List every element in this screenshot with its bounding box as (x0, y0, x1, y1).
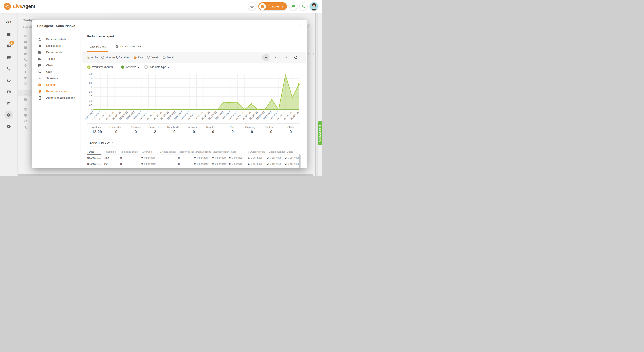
sort-icon: ↑↓ (158, 151, 159, 153)
remove-series-icon[interactable]: × (121, 65, 124, 69)
stat-worktime: Worktime12:29 (87, 126, 107, 134)
modal-nav-calls[interactable]: Calls (32, 69, 80, 75)
rail-reports-icon[interactable] (4, 75, 14, 86)
stat-value: 0 (281, 130, 300, 134)
page-horizontal-scrollbar[interactable] (18, 174, 313, 176)
stat-label: Resolved t… (165, 126, 184, 129)
column-header-date[interactable]: ↓Date (87, 149, 104, 155)
user-avatar[interactable] (310, 2, 318, 10)
sort-icon: ↑↓ (285, 151, 286, 153)
at-icon: @ (24, 34, 27, 38)
table-cell: 0 (120, 161, 141, 167)
line-chart-icon[interactable] (272, 54, 280, 61)
column-label: Outgoing calls (250, 151, 265, 153)
page-vertical-scrollbar[interactable] (315, 13, 316, 176)
rail-contacts-icon[interactable] (4, 86, 14, 98)
table-cell: 0 / 0 per hour (285, 161, 300, 167)
radio-month[interactable]: Month (163, 56, 174, 59)
export-to-csv-button[interactable]: EXPORT TO CSV ▾ (87, 140, 116, 146)
column-header-resolved-tickets[interactable]: ↑↓Resolved tickets (178, 149, 194, 155)
table-cell: 0 / 0 per hour (194, 155, 212, 161)
modal-body: Personal detailsNotificationsDepartments… (32, 32, 307, 168)
chat-icon (38, 64, 42, 67)
donut-chart-icon[interactable] (292, 54, 299, 61)
column-header-finished-chats[interactable]: ↑↓Finished chats (120, 149, 141, 155)
to-solve-button[interactable]: To solve 1 (258, 2, 287, 10)
stat-label: Chat mes… (262, 126, 281, 129)
modal-nav-label: Notifications (46, 44, 61, 47)
chip-worktime-hours-[interactable]: ×Worktime (hours)▾ (87, 65, 116, 69)
rail-badge-icon[interactable] (4, 121, 14, 132)
logo-bubble-icon: @ (4, 3, 11, 10)
top-bar: @ LiveAgent To solve 1 (0, 0, 322, 13)
report-tabs: Last 30 daysCUSTOM FILTER (87, 41, 300, 52)
modal-nav-performance-report[interactable]: Performance report (32, 88, 80, 95)
plus-circle-icon (116, 45, 119, 48)
remove-series-icon[interactable]: × (87, 65, 90, 69)
column-header-chat-messages[interactable]: ↑↓Chat messages (267, 149, 285, 155)
bar-chart-icon[interactable] (282, 54, 290, 61)
modal-nav-settings[interactable]: Settings (32, 82, 80, 88)
radio-day[interactable]: Day (134, 56, 143, 59)
column-header-outgoing-calls[interactable]: ↑↓Outgoing calls (248, 149, 267, 155)
facebook-icon (24, 70, 27, 73)
rail-dashboard-icon[interactable] (4, 29, 14, 40)
radio-hour-only-for-table-[interactable]: Hour (only for table) (101, 56, 130, 59)
area-chart-icon[interactable] (262, 54, 270, 61)
rail-gear-icon[interactable] (4, 109, 14, 121)
rail-company-icon[interactable] (4, 98, 14, 109)
person-icon (38, 37, 42, 41)
modal-nav-signature[interactable]: Signature (32, 75, 80, 82)
tab-custom-filter[interactable]: CUSTOM FILTER (113, 41, 144, 52)
close-icon (298, 24, 302, 28)
column-label: Answers (143, 151, 152, 153)
modal-nav-label: Calls (46, 70, 52, 73)
gear-icon (38, 83, 42, 87)
modal-nav-tickets[interactable]: Tickets (32, 55, 80, 62)
chip-label: Worktime (hours) (92, 65, 113, 69)
column-header-calls[interactable]: ↑↓Calls (229, 149, 248, 155)
stat-finished-c-: Finished c…0 (107, 126, 126, 134)
chevron-down-icon: ▾ (138, 66, 139, 68)
get-live-help-label: Get Live Help (318, 125, 321, 142)
stat-value: 0 (184, 130, 204, 134)
column-header-worktime[interactable]: ↑↓Worktime (104, 149, 120, 155)
modal-nav-departments[interactable]: Departments (32, 49, 80, 55)
svg-text:@: @ (24, 34, 27, 37)
chip-icon (38, 90, 42, 93)
column-header-answers[interactable]: ↑↓Answers (141, 149, 158, 155)
modal-nav-authorized-applications[interactable]: Authorized applications (32, 95, 80, 101)
modal-header: Edit agent - Sona Pisova (32, 20, 307, 32)
calls-button[interactable] (300, 2, 307, 10)
stat-value: 0 (107, 130, 126, 134)
modal-title: Edit agent - Sona Pisova (37, 24, 75, 28)
radio-week[interactable]: Week (147, 56, 158, 59)
get-live-help-button[interactable]: Get Live Help (318, 121, 322, 145)
column-header-negative-rating[interactable]: ↑↓Negative rating (212, 149, 229, 155)
chevron-down-icon: ▾ (112, 142, 113, 144)
rail-phone-icon[interactable] (4, 63, 14, 75)
close-button[interactable] (298, 24, 302, 28)
refresh-icon[interactable] (306, 24, 310, 27)
modal-nav-personal-details[interactable]: Personal details (32, 36, 80, 42)
rail-mail-icon[interactable]: 2 (4, 40, 14, 52)
modal-nav-label: Performance report (46, 90, 70, 93)
column-header-chats[interactable]: ↑↓Chats (285, 149, 300, 155)
table-scrollbar[interactable] (299, 154, 300, 168)
column-header-created-tickets[interactable]: ↑↓Created tickets (158, 149, 178, 155)
modal-nav-notifications[interactable]: Notifications (32, 42, 80, 49)
chip-answers[interactable]: ×Answers▾ (121, 65, 139, 69)
stat-label: Outgoing … (242, 126, 262, 129)
tab-last-30-days[interactable]: Last 30 days (87, 41, 108, 52)
radio-label: Month (167, 56, 174, 59)
rail-chat-icon[interactable] (4, 52, 14, 63)
column-header-positive-rating[interactable]: ↑↓Positive rating (194, 149, 212, 155)
chats-button[interactable] (290, 2, 297, 10)
data-type-chips: ×Worktime (hours)▾×Answers▾Add data type… (87, 63, 300, 71)
chip-add-data-type[interactable]: Add data type▾ (144, 65, 169, 69)
modal-nav-chats[interactable]: Chats (32, 62, 80, 69)
modal-nav: Personal detailsNotificationsDepartments… (32, 32, 80, 168)
tab-label: Last 30 days (90, 45, 106, 48)
table-cell: 0 (120, 155, 141, 161)
add-button[interactable] (248, 2, 256, 10)
